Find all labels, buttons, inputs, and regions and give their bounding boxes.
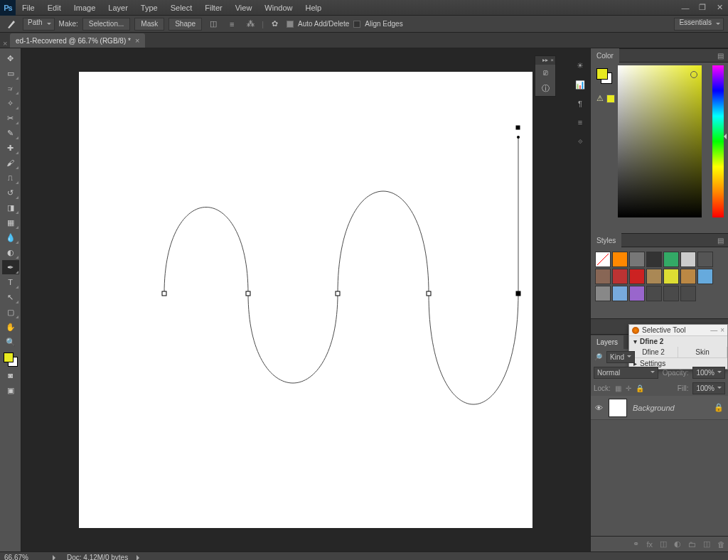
delete-icon[interactable]: 🗑 bbox=[717, 540, 725, 549]
fx-icon[interactable]: fx bbox=[646, 540, 653, 549]
adjustments-icon[interactable]: ☀ bbox=[577, 61, 584, 70]
selective-tab-2[interactable]: Skin bbox=[678, 347, 727, 357]
hue-slider[interactable] bbox=[712, 65, 724, 217]
dodge-tool[interactable]: ◐ bbox=[2, 245, 19, 259]
brushes-icon[interactable]: ⟐ bbox=[578, 136, 583, 145]
mask-button[interactable]: Mask bbox=[134, 18, 164, 31]
style-swatch[interactable] bbox=[697, 269, 713, 284]
style-swatch[interactable] bbox=[646, 286, 662, 301]
align-checkbox[interactable] bbox=[353, 21, 360, 28]
style-swatch[interactable] bbox=[680, 269, 696, 284]
style-swatch[interactable] bbox=[629, 286, 645, 301]
history-brush-tool[interactable]: ↺ bbox=[2, 185, 19, 200]
close-icon[interactable]: ✕ bbox=[711, 1, 728, 15]
group-icon[interactable]: 🗀 bbox=[688, 540, 696, 549]
menu-file[interactable]: File bbox=[16, 1, 41, 15]
canvas[interactable] bbox=[79, 72, 532, 528]
menu-type[interactable]: Type bbox=[134, 1, 164, 15]
hand-tool[interactable]: ✋ bbox=[2, 320, 19, 334]
doc-info[interactable]: Doc: 4.12M/0 bytes bbox=[67, 554, 128, 560]
arrange-icon[interactable]: ⁂ bbox=[243, 18, 257, 31]
type-tool[interactable]: T bbox=[2, 275, 19, 289]
document-tab[interactable]: ed-1-Recovered @ 66.7% (RGB/8) * × bbox=[10, 33, 145, 48]
tab-close-left[interactable]: × bbox=[3, 39, 10, 48]
style-swatch[interactable] bbox=[612, 252, 628, 267]
new-layer-icon[interactable]: ◫ bbox=[703, 539, 710, 549]
style-swatch[interactable] bbox=[595, 269, 611, 284]
style-swatch[interactable] bbox=[629, 269, 645, 284]
adjustment-icon[interactable]: ◐ bbox=[674, 539, 681, 549]
workspace-select[interactable]: Essentials bbox=[674, 18, 724, 31]
menu-filter[interactable]: Filter bbox=[198, 1, 228, 15]
style-swatch[interactable] bbox=[595, 252, 611, 267]
gear-icon[interactable]: ✿ bbox=[268, 18, 282, 31]
style-swatch[interactable] bbox=[612, 286, 628, 301]
menu-select[interactable]: Select bbox=[164, 1, 199, 15]
align-icon[interactable]: ≡ bbox=[225, 18, 239, 31]
stamp-tool[interactable]: ⎍ bbox=[2, 171, 19, 185]
style-swatch[interactable] bbox=[697, 252, 713, 267]
zoom-level[interactable]: 66.67% bbox=[4, 554, 44, 560]
visibility-icon[interactable]: 👁 bbox=[595, 404, 603, 412]
color-tab[interactable]: Color bbox=[591, 48, 619, 63]
style-swatch[interactable] bbox=[680, 286, 696, 301]
layers-tab[interactable]: Layers bbox=[591, 335, 623, 349]
style-swatch[interactable] bbox=[646, 252, 662, 267]
layer-thumbnail[interactable] bbox=[609, 399, 627, 417]
panel-close-icon[interactable]: × bbox=[550, 57, 554, 64]
eraser-tool[interactable]: ◨ bbox=[2, 200, 19, 215]
style-swatch[interactable] bbox=[663, 269, 679, 284]
style-swatch[interactable] bbox=[629, 252, 645, 267]
style-swatch[interactable] bbox=[612, 269, 628, 284]
lock-pixels-icon[interactable]: ▦ bbox=[615, 384, 621, 392]
brush-tool[interactable]: 🖌 bbox=[2, 156, 19, 170]
lock-all-icon[interactable]: 🔒 bbox=[636, 384, 644, 392]
style-swatch[interactable] bbox=[663, 286, 679, 301]
wand-tool[interactable]: ✧ bbox=[2, 96, 19, 110]
filter-kind-select[interactable]: Kind bbox=[606, 351, 635, 363]
lock-position-icon[interactable]: ✛ bbox=[626, 384, 631, 392]
minimize-icon[interactable]: — bbox=[677, 1, 694, 15]
tab-close-icon[interactable]: × bbox=[135, 36, 139, 45]
zoom-menu-icon[interactable] bbox=[53, 555, 58, 561]
style-swatch[interactable] bbox=[680, 252, 696, 267]
style-swatch[interactable] bbox=[646, 269, 662, 284]
properties-icon[interactable]: ⎚ bbox=[535, 65, 555, 80]
move-tool[interactable]: ✥ bbox=[2, 51, 19, 65]
info-menu-icon[interactable] bbox=[136, 555, 142, 561]
blend-mode-select[interactable]: Normal bbox=[594, 367, 658, 379]
shape-tool[interactable]: ▢ bbox=[2, 305, 19, 319]
warning-swatch[interactable] bbox=[606, 95, 615, 103]
eyedropper-tool[interactable]: ✎ bbox=[2, 126, 19, 140]
zoom-tool[interactable]: 🔍 bbox=[2, 335, 19, 349]
pen-tool-icon[interactable] bbox=[4, 18, 18, 31]
panel-minimize-icon[interactable]: — bbox=[710, 326, 717, 334]
healing-tool[interactable]: ✚ bbox=[2, 141, 19, 155]
path-select-tool[interactable]: ↖ bbox=[2, 290, 19, 304]
gamut-warning-icon[interactable]: ⚠ bbox=[596, 94, 604, 103]
menu-window[interactable]: Window bbox=[258, 1, 299, 15]
mask-icon[interactable]: ◫ bbox=[660, 539, 667, 549]
layer-row[interactable]: 👁 Background 🔒 bbox=[591, 396, 728, 420]
selective-tab-1[interactable]: Dfine 2 bbox=[629, 347, 678, 357]
auto-checkbox[interactable] bbox=[287, 21, 294, 28]
maximize-icon[interactable]: ❐ bbox=[694, 1, 711, 15]
menu-image[interactable]: Image bbox=[68, 1, 102, 15]
menu-edit[interactable]: Edit bbox=[41, 1, 68, 15]
gradient-tool[interactable]: ▦ bbox=[2, 215, 19, 230]
chevron-down-icon[interactable]: ▾ bbox=[633, 338, 637, 345]
quickmask-icon[interactable]: ◙ bbox=[2, 368, 19, 382]
path-op-icon[interactable]: ◫ bbox=[206, 18, 220, 31]
selective-tool-panel[interactable]: Selective Tool—× ▾Dfine 2 Dfine 2Skin ▸S… bbox=[628, 324, 728, 370]
link-icon[interactable]: ⚭ bbox=[633, 539, 639, 549]
color-swatches[interactable] bbox=[2, 351, 19, 368]
menu-layer[interactable]: Layer bbox=[102, 1, 134, 15]
selection-button[interactable]: Selection... bbox=[82, 18, 130, 31]
shape-button[interactable]: Shape bbox=[168, 18, 202, 31]
marquee-tool[interactable]: ▭ bbox=[2, 66, 19, 80]
info-icon[interactable]: ⓘ bbox=[535, 80, 555, 96]
floating-panel[interactable]: ▸▸× ⎚ ⓘ bbox=[535, 55, 556, 97]
menu-view[interactable]: View bbox=[229, 1, 259, 15]
collapse-icon[interactable]: ▸▸ bbox=[542, 57, 548, 64]
color-field[interactable] bbox=[618, 65, 702, 217]
